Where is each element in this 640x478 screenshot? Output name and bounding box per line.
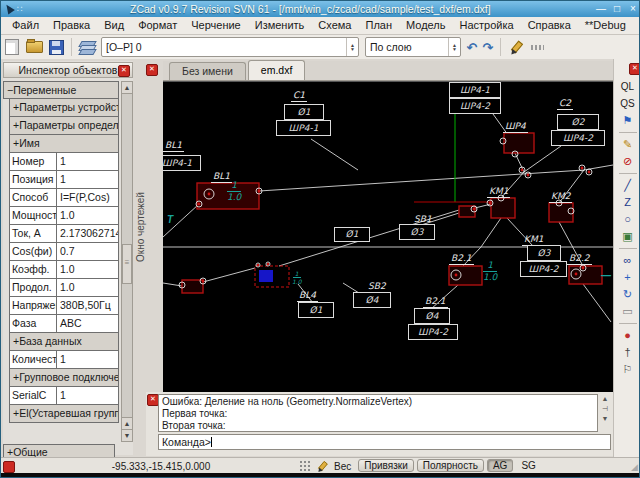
- inspector-property-row[interactable]: Позиция1: [9, 171, 119, 189]
- property-value[interactable]: ABC: [57, 315, 118, 332]
- forbid-icon[interactable]: ⊘: [617, 153, 639, 170]
- command-input[interactable]: Команда>: [158, 434, 611, 450]
- dock-close-icon[interactable]: ✕: [146, 64, 158, 76]
- draw-polyline-icon[interactable]: Z: [617, 194, 639, 211]
- inspector-group-row[interactable]: +El(Устаревшая группа): [9, 405, 119, 423]
- menu-item-11[interactable]: Справка: [521, 17, 578, 34]
- menu-item-3[interactable]: Вид: [97, 17, 131, 34]
- flag2-icon[interactable]: ⚐: [617, 361, 639, 378]
- scroll-up-icon[interactable]: ▲: [122, 82, 132, 94]
- полярность-toggle-button[interactable]: Полярность: [417, 459, 484, 472]
- tab--[interactable]: Без имени: [169, 62, 246, 80]
- grid-icon[interactable]: [299, 460, 311, 472]
- undo-button[interactable]: ↶: [464, 40, 480, 55]
- inspector-property-row[interactable]: Продол.1.0: [9, 279, 119, 297]
- layers-button[interactable]: [78, 38, 96, 56]
- close-button[interactable]: ×: [625, 1, 640, 17]
- draw-pen-button[interactable]: [507, 38, 525, 56]
- привязки-toggle-button[interactable]: Привязки: [358, 459, 414, 472]
- property-value[interactable]: 1.0: [57, 279, 118, 296]
- property-value[interactable]: 1: [57, 387, 118, 404]
- flag-icon[interactable]: ⚑: [617, 112, 639, 129]
- redo-button[interactable]: ↷: [480, 40, 496, 55]
- inspector-group-row[interactable]: +База данных: [9, 333, 119, 351]
- menu-item-5[interactable]: Черчение: [184, 17, 248, 34]
- scroll-grip-icon[interactable]: ⊣: [599, 404, 611, 414]
- inspector-close-icon[interactable]: ✕: [118, 65, 130, 77]
- command-history[interactable]: Ошибка: Деление на ноль (Geometry.Normal…: [158, 394, 598, 432]
- inspector-property-row[interactable]: Номер1: [9, 153, 119, 171]
- tab-em-dxf[interactable]: em.dxf: [248, 60, 306, 80]
- property-value[interactable]: 2.1730627145895: [57, 225, 118, 242]
- menu-item-6[interactable]: Изменить: [248, 17, 312, 34]
- inspector-property-row[interactable]: Напряжение380В,50Гц: [9, 297, 119, 315]
- draw-circle-icon[interactable]: ○: [617, 211, 639, 228]
- property-value[interactable]: 0.7: [57, 243, 118, 260]
- point-icon[interactable]: †: [617, 344, 639, 361]
- canvas-label-box: ШР4-2: [551, 130, 605, 146]
- draw-line-icon[interactable]: ╱: [617, 177, 639, 194]
- drawing-canvas[interactable]: C1ШР4C2BL1BL1ШР4KM1KM2SB1KM1B2.1B2.2B2.1…: [163, 81, 613, 393]
- inspector-property-row[interactable]: Cos(фи)0.7: [9, 243, 119, 261]
- right-toolbar-close-icon[interactable]: ✕: [629, 63, 640, 75]
- scroll-up-icon[interactable]: ▲: [599, 394, 611, 404]
- inspector-property-row[interactable]: Мощность1.0: [9, 207, 119, 225]
- window-menu-icon[interactable]: ∷: [17, 4, 24, 14]
- color-combo-spinner[interactable]: ▲▼: [448, 38, 460, 56]
- property-value[interactable]: 1: [57, 153, 118, 170]
- inspector-group-row[interactable]: −Переменные: [3, 81, 119, 99]
- rect-icon[interactable]: ▭: [617, 303, 639, 320]
- scroll-up-icon[interactable]: ▲: [122, 417, 132, 429]
- property-value[interactable]: 1.0: [57, 207, 118, 224]
- edit-copy-icon[interactable]: ✎: [617, 136, 639, 153]
- inspector-scrollbar[interactable]: ▲ ≡ ▲ ▼: [121, 81, 133, 442]
- save-file-button[interactable]: [47, 38, 65, 56]
- menu-item-10[interactable]: Настройка: [452, 17, 520, 34]
- inspector-property-row[interactable]: Ток, А2.1730627145895: [9, 225, 119, 243]
- blocks-icon[interactable]: ▣: [617, 228, 639, 245]
- menu-item-4[interactable]: Формат: [131, 17, 184, 34]
- clone-icon[interactable]: ∞: [617, 252, 639, 269]
- inspector-group-row[interactable]: +Параметры определения: [9, 117, 119, 135]
- new-file-button[interactable]: [3, 38, 21, 56]
- resize-grip-icon[interactable]: ◢: [631, 462, 638, 472]
- layer-combo[interactable]: [O–P] 0 ▲▼: [101, 37, 359, 57]
- command-history-scrollbar[interactable]: ▲ ⊣ ▼: [599, 394, 611, 432]
- scrollbar-thumb[interactable]: ≡: [122, 244, 132, 284]
- menu-item-12[interactable]: **Debug: [578, 17, 633, 34]
- property-value[interactable]: 1: [57, 351, 118, 368]
- lineweight-pen-icon[interactable]: [317, 460, 329, 472]
- sg-toggle-button[interactable]: SG: [516, 460, 540, 471]
- maximize-button[interactable]: □: [609, 1, 625, 17]
- erase-icon[interactable]: ●: [617, 327, 639, 344]
- color-combo[interactable]: По слою ▲▼: [365, 37, 461, 57]
- inspector-property-row[interactable]: Коэфф.1.0: [9, 261, 119, 279]
- move-icon[interactable]: +: [617, 269, 639, 286]
- menu-item-8[interactable]: План: [358, 17, 399, 34]
- open-file-button[interactable]: [25, 38, 43, 56]
- minimize-button[interactable]: —: [593, 1, 609, 17]
- property-value[interactable]: 380В,50Гц: [57, 297, 118, 314]
- inspector-group-row[interactable]: +Имя: [9, 135, 119, 153]
- inspector-group-row[interactable]: +Параметры устройства: [9, 99, 119, 117]
- quick-line-button[interactable]: QL: [617, 78, 639, 95]
- menu-item-7[interactable]: Схема: [311, 17, 358, 34]
- scroll-down-icon[interactable]: ▼: [122, 429, 132, 441]
- menu-item-1[interactable]: Файл: [5, 17, 46, 34]
- property-value[interactable]: 1: [57, 171, 118, 188]
- menu-item-9[interactable]: Модель: [399, 17, 452, 34]
- property-value[interactable]: I=F(P,Cos): [57, 189, 118, 206]
- quick-select-button[interactable]: QS: [617, 95, 639, 112]
- rotate-icon[interactable]: ↻: [617, 286, 639, 303]
- inspector-property-row[interactable]: SerialC1: [9, 387, 119, 405]
- property-value[interactable]: 1.0: [57, 261, 118, 278]
- inspector-property-row[interactable]: СпособI=F(P,Cos): [9, 189, 119, 207]
- ag-toggle-button[interactable]: AG: [487, 459, 513, 472]
- inspector-group-row[interactable]: +Групповое подключение: [9, 369, 119, 387]
- layer-combo-spinner[interactable]: ▲▼: [346, 38, 358, 56]
- menu-item-2[interactable]: Правка: [46, 17, 97, 34]
- scroll-down-icon[interactable]: ▼: [599, 414, 611, 424]
- menu-item-13[interactable]: **БД Чертежа: [633, 17, 640, 34]
- inspector-property-row[interactable]: Количество1: [9, 351, 119, 369]
- inspector-property-row[interactable]: ФазаABC: [9, 315, 119, 333]
